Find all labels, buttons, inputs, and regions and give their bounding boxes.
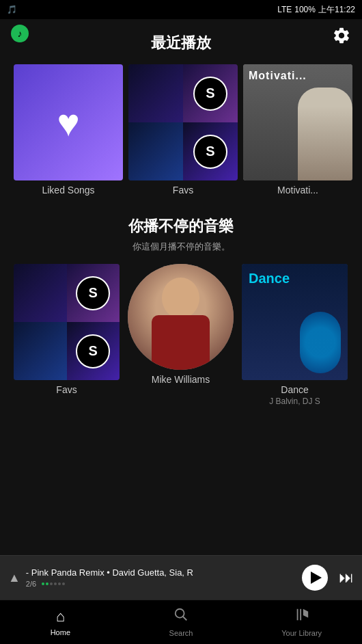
now-playing-chevron[interactable]: ▲ — [8, 571, 20, 585]
search-icon — [173, 607, 189, 626]
liked-songs-item[interactable]: ♥ Liked Songs — [14, 64, 123, 196]
search-label: Search — [169, 629, 193, 637]
svg-rect-2 — [296, 609, 298, 621]
nonstop-title: 你播不停的音樂 — [11, 216, 351, 237]
nonstop-spinnin-2: S — [76, 334, 110, 368]
nonstop-favs-cell-1 — [14, 264, 67, 322]
play-button[interactable] — [302, 565, 328, 591]
spotify-logo-status: 🎵 — [7, 5, 17, 14]
status-right: LTE 100% 上午11:22 — [277, 4, 355, 16]
dance-text: Dance — [249, 271, 290, 286]
now-playing-track: - Pink Panda Remix • David Guetta, Sia, … — [26, 567, 302, 578]
dot-5 — [58, 582, 61, 585]
nonstop-dance-thumb: Dance — [242, 264, 348, 380]
svg-line-1 — [183, 617, 187, 621]
dance-figure — [300, 312, 341, 373]
spotify-logo[interactable]: ♪ — [11, 25, 29, 42]
nonstop-spinnin-1: S — [76, 276, 110, 310]
nonstop-favs-item[interactable]: S S Favs — [14, 264, 120, 406]
nonstop-dance-item[interactable]: Dance Dance J Balvin, DJ S — [242, 264, 348, 406]
recently-played-grid: ♥ Liked Songs S S Favs — [11, 64, 351, 196]
nonstop-mike-item[interactable]: Mike Williams — [128, 264, 234, 406]
nonstop-subtitle: 你這個月播不停的音樂。 — [11, 241, 351, 253]
dot-4 — [54, 582, 57, 585]
home-icon: ⌂ — [56, 608, 65, 626]
library-icon — [294, 607, 309, 626]
settings-button[interactable] — [332, 26, 351, 45]
dot-6 — [62, 582, 65, 585]
recently-played-section: 最近播放 ♥ Liked Songs S S — [0, 19, 362, 202]
status-bar: 🎵 LTE 100% 上午11:22 — [0, 0, 362, 19]
status-left: 🎵 — [7, 5, 17, 14]
motivati-label-overlay: Motivati... — [249, 70, 307, 82]
favs-thumb: S S — [128, 64, 238, 180]
now-playing-bar[interactable]: ▲ - Pink Panda Remix • David Guetta, Sia… — [0, 555, 362, 600]
liked-songs-thumb: ♥ — [14, 64, 123, 180]
favs-cell-3 — [128, 122, 183, 180]
battery-indicator: 100% — [294, 5, 316, 14]
play-icon — [311, 572, 322, 584]
nav-search[interactable]: Search — [121, 607, 242, 637]
progress-text: 2/6 — [26, 580, 36, 588]
recently-played-title: 最近播放 — [11, 33, 351, 53]
dot-2 — [46, 582, 48, 585]
dot-1 — [42, 582, 44, 585]
now-playing-controls: ⏭ — [302, 565, 354, 591]
nav-home[interactable]: ⌂ Home — [0, 608, 121, 636]
nonstop-dance-sublabel: J Balvin, DJ S — [269, 397, 320, 406]
mike-jacket — [152, 315, 210, 370]
nonstop-favs-cell-3 — [14, 322, 67, 380]
main-content: 最近播放 ♥ Liked Songs S S — [0, 19, 362, 555]
now-playing-info: - Pink Panda Remix • David Guetta, Sia, … — [26, 567, 302, 588]
favs-item[interactable]: S S Favs — [128, 64, 238, 196]
now-playing-progress: 2/6 — [26, 580, 302, 588]
nonstop-mike-thumb — [128, 264, 234, 370]
motivati-cover: Motivati... — [243, 64, 352, 180]
nonstop-favs-thumb: S S — [14, 264, 120, 380]
time-display: 上午11:22 — [318, 4, 355, 16]
nonstop-dance-label: Dance — [281, 384, 308, 395]
spinnin-logo-1: S — [193, 77, 227, 111]
nonstop-favs-cell-4: S — [67, 322, 120, 380]
svg-point-0 — [176, 609, 184, 618]
favs-cell-2: S — [183, 64, 238, 122]
heart-icon: ♥ — [57, 100, 79, 145]
home-label: Home — [51, 628, 70, 636]
nonstop-mike-label: Mike Williams — [152, 374, 210, 385]
favs-label: Favs — [173, 185, 193, 196]
dot-3 — [50, 582, 53, 585]
mike-head — [162, 278, 199, 319]
spinnin-logo-2: S — [193, 135, 227, 169]
liked-songs-label: Liked Songs — [42, 185, 94, 196]
mike-photo — [128, 264, 234, 370]
favs-cell-1 — [128, 64, 183, 122]
svg-rect-3 — [300, 609, 301, 621]
svg-marker-4 — [303, 609, 308, 618]
library-label: Your Library — [281, 629, 322, 637]
network-indicator: LTE — [277, 5, 292, 14]
nonstop-scroll[interactable]: S S Favs Mike Williams — [11, 264, 351, 406]
nonstop-section: 你播不停的音樂 你這個月播不停的音樂。 S S Favs — [0, 202, 362, 413]
nonstop-favs-label: Favs — [56, 384, 76, 395]
bottom-nav: ⌂ Home Search Your Library — [0, 600, 362, 644]
motivati-thumb: Motivati... — [243, 64, 352, 180]
progress-dots — [42, 582, 65, 585]
motivati-label: Motivati... — [277, 185, 318, 196]
favs-cell-4: S — [183, 122, 238, 180]
skip-forward-icon[interactable]: ⏭ — [339, 569, 354, 587]
motivati-person — [298, 88, 352, 180]
nonstop-favs-cell-2: S — [67, 264, 120, 322]
motivati-item[interactable]: Motivati... Motivati... — [243, 64, 352, 196]
nav-library[interactable]: Your Library — [241, 607, 362, 637]
dance-cover: Dance — [242, 264, 348, 380]
spotify-mark: ♪ — [18, 28, 23, 39]
